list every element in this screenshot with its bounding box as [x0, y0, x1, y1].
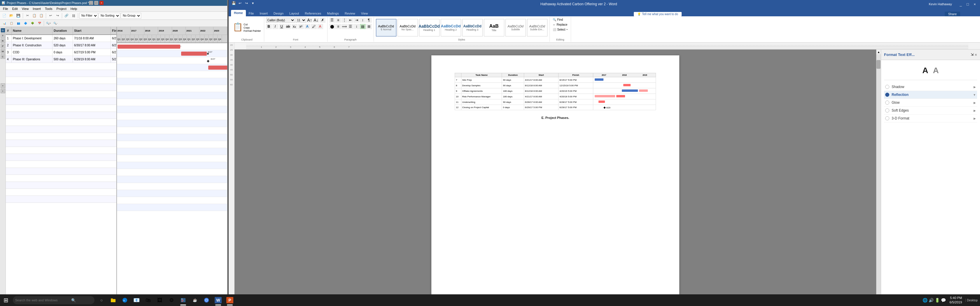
fte-option-reflection[interactable]: Reflection ▼	[884, 91, 977, 99]
style-h3[interactable]: AaBbCcDd Heading 3	[462, 19, 483, 36]
format-painter-btn[interactable]: Format Painter	[243, 29, 261, 32]
fte-close-btn[interactable]: ×	[975, 52, 977, 57]
word-close-btn[interactable]: ×	[972, 1, 978, 7]
word-vscrollbar[interactable]: ▲ ▼	[876, 49, 881, 300]
undo-btn[interactable]: ↩	[47, 13, 54, 19]
sort-btn[interactable]: ↕	[360, 17, 366, 23]
view-task-btn[interactable]: 📋	[8, 20, 14, 27]
taskbar-file-explorer[interactable]	[107, 294, 119, 306]
italic-btn[interactable]: I	[272, 24, 278, 29]
taskbar-openproj[interactable]	[177, 294, 189, 306]
menu-view[interactable]: View	[20, 6, 30, 11]
system-clock[interactable]: 5:40 PM 6/5/2019	[947, 296, 964, 305]
tab-mailings[interactable]: Mailings	[324, 11, 342, 16]
tab-review[interactable]: Review	[342, 11, 358, 16]
soft-edges-expand-icon[interactable]: ▶	[974, 109, 976, 112]
menu-help[interactable]: Help	[69, 6, 79, 11]
tab-design[interactable]: Design	[270, 11, 286, 16]
bullets-btn[interactable]: ☰	[329, 17, 335, 23]
tray-volume[interactable]: 🔊	[929, 298, 934, 303]
grow-font-btn[interactable]: A↑	[307, 17, 313, 23]
sidebar-info-icon[interactable]: i	[1, 89, 5, 93]
sidebar-pert-icon[interactable]: P	[1, 44, 5, 48]
zoom-out-btn[interactable]: 🔍-	[52, 20, 59, 27]
redo-btn[interactable]: ↪	[54, 13, 60, 19]
fte-option-glow[interactable]: Glow ▶	[884, 99, 977, 107]
scroll-thumb[interactable]	[877, 60, 881, 69]
word-page-area[interactable]: Task Name Duration Start Finish 20172018…	[234, 49, 876, 300]
table-row[interactable]: 2 Phase II: Construction 520 days 6/30/1…	[6, 42, 116, 49]
border-btn[interactable]: ⊞	[366, 24, 372, 29]
new-btn[interactable]: 📄	[1, 13, 8, 19]
fte-option-shadow[interactable]: Shadow ▶	[884, 83, 977, 91]
align-center-btn[interactable]: ≡	[336, 24, 341, 29]
tray-network[interactable]: 🌐	[923, 298, 928, 303]
taskbar-powerpoint[interactable]: P	[224, 294, 235, 306]
view-wbs-btn[interactable]: 🌳	[29, 20, 36, 27]
align-right-btn[interactable]: ⟹	[342, 24, 347, 29]
tab-references[interactable]: References	[302, 11, 324, 16]
sidebar-gantt-icon[interactable]: G	[1, 28, 5, 33]
copy-btn[interactable]: 📋	[31, 13, 38, 19]
tray-action-center[interactable]: 💬	[941, 298, 946, 303]
table-row[interactable]: 4 Phase III: Operations 500 days 6/28/19…	[6, 56, 116, 63]
tray-battery[interactable]: 🔋	[935, 298, 940, 303]
taskbar-mail[interactable]: 📧	[130, 294, 142, 306]
font-color-btn[interactable]: A	[317, 24, 323, 29]
open-btn[interactable]: 📂	[8, 13, 14, 19]
gantt-bar-1[interactable]	[118, 44, 180, 49]
share-button[interactable]: Share	[945, 12, 960, 16]
view-gantt-btn[interactable]: 📊	[1, 20, 8, 27]
highlight-btn[interactable]: 🖊	[311, 24, 317, 29]
fte-option-3d-format[interactable]: 3-D Format ▶	[884, 114, 977, 122]
taskbar-photos[interactable]: 🖼	[154, 294, 165, 306]
copy-btn[interactable]: Copy	[243, 26, 261, 29]
style-h1[interactable]: AaBbCcDd Heading 1	[419, 19, 439, 36]
shadow-expand-icon[interactable]: ▶	[974, 86, 976, 89]
style-title[interactable]: AaB Title	[484, 19, 504, 36]
cut-btn[interactable]: Cut	[243, 23, 261, 26]
close-btn[interactable]: ×	[99, 1, 103, 5]
justify-btn[interactable]: ☰	[348, 24, 353, 29]
menu-project[interactable]: Project	[55, 6, 68, 11]
view-calendar-btn[interactable]: 📅	[36, 20, 43, 27]
3d-expand-icon[interactable]: ▶	[974, 117, 976, 120]
shrink-font-btn[interactable]: A↓	[313, 17, 319, 23]
sidebar-wbs-icon[interactable]: W	[1, 49, 5, 54]
scroll-up-btn[interactable]: ▲	[877, 49, 881, 54]
select-button[interactable]: ⬜ Select ~	[552, 27, 569, 32]
unlink-btn[interactable]: ⛓	[70, 13, 77, 19]
minimize-btn[interactable]: _	[89, 1, 93, 5]
paste-btn[interactable]: 📋	[38, 13, 45, 19]
qa-redo-btn[interactable]: ↪	[244, 1, 249, 6]
align-left-btn[interactable]: ⬤	[329, 24, 335, 29]
qa-customize-btn[interactable]: ▾	[250, 1, 256, 6]
menu-file[interactable]: File	[1, 6, 10, 11]
find-button[interactable]: 🔍 Find	[552, 17, 564, 22]
tab-file[interactable]: File	[246, 11, 257, 16]
maximize-btn[interactable]: □	[94, 1, 98, 5]
line-spacing-btn[interactable]: ↕	[354, 24, 360, 29]
menu-edit[interactable]: Edit	[11, 6, 19, 11]
table-row[interactable]: 3 COD 0 days 6/27/19 5:00 PM 6/27/19 5:0…	[6, 49, 116, 56]
glow-expand-icon[interactable]: ▶	[974, 101, 976, 104]
numbering-btn[interactable]: ≡	[336, 17, 341, 23]
sidebar-cal-icon[interactable]: C	[1, 54, 5, 59]
font-name-select[interactable]: Calibri (Body)	[266, 17, 295, 23]
sidebar-res-icon[interactable]: R	[1, 38, 5, 43]
link-btn[interactable]: 🔗	[63, 13, 70, 19]
underline-btn[interactable]: U	[279, 24, 285, 29]
tell-me-box[interactable]: 💡 Tell me what you want to do	[634, 12, 681, 16]
paste-button[interactable]: 📋 Cut Copy Format Painter	[232, 22, 262, 33]
show-desktop-btn[interactable]: Desktop	[966, 299, 978, 302]
fte-resize-btn[interactable]: ⇲	[970, 52, 974, 57]
save-btn[interactable]: 💾	[15, 13, 22, 19]
panel-divider[interactable]	[228, 0, 229, 306]
taskbar-search[interactable]	[13, 296, 94, 304]
qa-undo-btn[interactable]: ↩	[237, 1, 243, 6]
gantt-bar-4[interactable]	[208, 65, 228, 70]
bold-btn[interactable]: B	[266, 24, 272, 29]
increase-indent-btn[interactable]: ⇥	[354, 17, 360, 23]
style-normal[interactable]: AaBbCcDd ¶ Normal	[376, 19, 396, 36]
decrease-indent-btn[interactable]: ⇤	[348, 17, 353, 23]
